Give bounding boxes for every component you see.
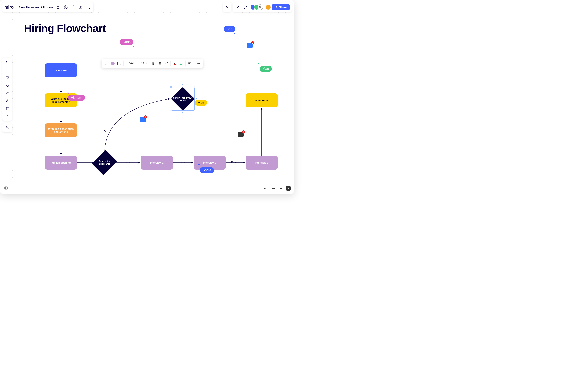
font-size-input[interactable]: 14 ▲▼ xyxy=(140,60,148,67)
svg-point-1 xyxy=(87,6,89,8)
svg-rect-15 xyxy=(180,65,182,65)
node-review-applicants[interactable]: Review the applicants xyxy=(95,153,114,172)
zoom-in-button[interactable]: + xyxy=(278,186,284,191)
frame-title[interactable]: Hiring Flowchart xyxy=(24,22,106,34)
resize-handle[interactable] xyxy=(194,110,195,111)
user-cursor-matt: Matt xyxy=(195,100,207,106)
connector-dot[interactable] xyxy=(182,84,183,85)
zoom-controls: − 100% + ? xyxy=(262,186,291,191)
edge-label-fail: Fail xyxy=(103,130,108,133)
node-write-description[interactable]: Write job description and criteria xyxy=(45,123,77,137)
comment-button[interactable] xyxy=(187,60,193,67)
node-interview-3[interactable]: Interview 3 xyxy=(246,156,278,170)
svg-point-18 xyxy=(198,63,198,64)
select-tool[interactable] xyxy=(4,59,11,66)
svg-rect-14 xyxy=(174,65,176,65)
apps-button[interactable] xyxy=(223,2,231,12)
node-new-hires[interactable]: New hires xyxy=(45,63,77,77)
connector-dot[interactable] xyxy=(168,98,169,99)
divider xyxy=(194,61,194,66)
comment-bubble[interactable]: 3 xyxy=(238,132,244,137)
divider xyxy=(149,61,149,66)
user-cursor-bea: Bea xyxy=(224,26,235,32)
svg-rect-3 xyxy=(227,6,228,7)
header-left: miro New Recruitment Process xyxy=(2,2,94,12)
avatar-stack[interactable]: 12 xyxy=(250,4,263,10)
svg-point-19 xyxy=(199,63,199,64)
comment-count-badge: 3 xyxy=(242,130,245,134)
comment-bubble[interactable]: 2 xyxy=(247,43,253,48)
resize-handle[interactable] xyxy=(170,86,172,88)
user-cursor-chris: Chris xyxy=(120,39,133,45)
avatar-count: 12 xyxy=(257,4,263,10)
resize-handle[interactable] xyxy=(194,86,195,88)
app-logo: miro xyxy=(4,5,14,10)
search-icon[interactable] xyxy=(85,4,91,10)
node-publish-job[interactable]: Publish open job xyxy=(45,156,77,170)
more-options-button[interactable] xyxy=(195,60,201,67)
svg-point-17 xyxy=(197,63,198,64)
reactions-icon[interactable] xyxy=(243,4,249,10)
font-family-select[interactable]: Arial xyxy=(125,60,138,67)
bold-button[interactable] xyxy=(150,60,156,67)
connector-tool[interactable] xyxy=(4,89,11,97)
text-tool[interactable] xyxy=(4,67,11,74)
context-toolbar: Arial 14 ▲▼ xyxy=(102,59,203,68)
left-toolbar xyxy=(2,58,12,121)
comment-count-badge: 3 xyxy=(144,115,147,119)
more-tools[interactable] xyxy=(4,112,11,119)
export-icon[interactable] xyxy=(77,4,84,10)
divider xyxy=(170,61,171,66)
svg-rect-20 xyxy=(4,187,8,189)
connector-dot[interactable] xyxy=(182,112,183,113)
align-button[interactable] xyxy=(157,60,163,67)
header-right: 12 Share xyxy=(223,2,292,12)
connector-dot[interactable] xyxy=(196,98,197,99)
share-label: Share xyxy=(279,6,287,9)
comment-count-badge: 2 xyxy=(251,41,254,44)
frame[interactable]: Hiring Flowchart New hires What are the … xyxy=(16,14,290,180)
edge-label-pass: Pass xyxy=(124,161,130,164)
text-color-button[interactable] xyxy=(172,60,178,67)
user-cursor-mae: Mae xyxy=(260,66,272,72)
svg-point-0 xyxy=(65,7,66,8)
border-style-button[interactable] xyxy=(103,60,109,67)
bell-icon[interactable] xyxy=(70,4,76,10)
comment-bubble[interactable]: 3 xyxy=(140,117,146,122)
resize-handle[interactable] xyxy=(170,110,172,111)
edge-label-pass: Pass xyxy=(179,161,184,164)
shape-picker-button[interactable] xyxy=(116,60,122,67)
sticky-note-tool[interactable] xyxy=(4,74,11,81)
node-thank-you-email[interactable]: Send “Thank you” email xyxy=(172,88,194,110)
help-button[interactable]: ? xyxy=(286,186,291,191)
zoom-level[interactable]: 100% xyxy=(269,187,276,190)
node-send-offer[interactable]: Send offer xyxy=(246,93,278,107)
star-icon[interactable] xyxy=(55,4,61,10)
cursor-mode-icon[interactable] xyxy=(235,4,241,10)
settings-icon[interactable] xyxy=(62,4,69,10)
panel-toggle-button[interactable] xyxy=(3,185,9,191)
user-cursor-hisham: Hisham xyxy=(68,95,85,101)
node-interview-1[interactable]: Interview 1 xyxy=(141,156,173,170)
edge-label-pass: Pass xyxy=(231,161,237,164)
current-user-avatar[interactable] xyxy=(265,4,271,10)
pen-tool[interactable] xyxy=(4,97,11,104)
share-button[interactable]: Share xyxy=(272,4,290,10)
user-cursor-sadie: Sadie xyxy=(200,167,214,173)
divider xyxy=(17,4,17,10)
zoom-out-button[interactable]: − xyxy=(262,186,267,191)
link-button[interactable] xyxy=(163,60,169,67)
fill-color-button[interactable] xyxy=(110,60,116,67)
svg-point-5 xyxy=(6,84,7,85)
highlight-button[interactable] xyxy=(178,60,184,67)
undo-button[interactable] xyxy=(2,123,12,132)
presentation-tools: 12 Share xyxy=(233,2,292,12)
shape-tool[interactable] xyxy=(4,82,11,89)
svg-point-2 xyxy=(226,6,227,7)
board-name[interactable]: New Recruitment Process xyxy=(19,6,53,9)
svg-rect-16 xyxy=(189,62,191,64)
frame-tool[interactable] xyxy=(4,105,11,112)
